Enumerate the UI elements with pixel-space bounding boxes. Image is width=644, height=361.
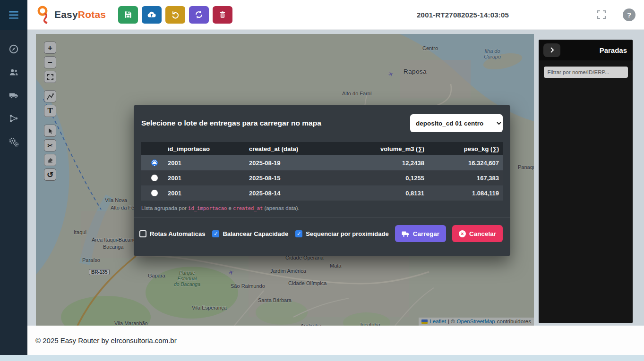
cell-created-at: 2025-08-15: [249, 175, 361, 182]
cell-created-at: 2025-08-14: [249, 190, 361, 197]
save-icon: [123, 10, 133, 19]
option-label: Sequenciar por proximidade: [306, 230, 389, 237]
truck-icon: [8, 90, 19, 101]
cancelar-label: Cancelar: [469, 230, 496, 237]
sidebar-item-routes[interactable]: [9, 113, 19, 124]
cloud-upload-button[interactable]: [142, 6, 162, 24]
bottom-strip: [0, 355, 644, 361]
header-volume-m3: volume_m3 (∑): [361, 145, 428, 152]
lote-radio-button[interactable]: [151, 160, 158, 166]
save-button[interactable]: [118, 6, 138, 24]
session-title: 2001-RT27082025-14:03:05: [417, 11, 509, 19]
cell-volume-m3: 0,8131: [361, 190, 428, 197]
left-sidebar: [0, 30, 27, 355]
modal-footer: Rotas Automaticas✓Balancear Capacidade✓S…: [134, 218, 510, 249]
brand-primary: Easy: [54, 9, 78, 20]
header-id-importacao: id_importacao: [168, 145, 249, 152]
brand-secondary: Rotas: [78, 9, 106, 20]
cell-peso-kg: 167,383: [428, 175, 503, 182]
app-logo[interactable]: EasyRotas: [35, 5, 106, 24]
cancelar-button[interactable]: × Cancelar: [452, 225, 503, 242]
modal-title: Selecione o lote de entregas para carreg…: [141, 119, 321, 127]
cell-volume-m3: 12,2438: [361, 160, 428, 167]
paradas-panel-header: Paradas: [539, 40, 633, 60]
sidebar-item-settings[interactable]: [8, 136, 19, 148]
depot-select[interactable]: deposito_cd 01 centro: [410, 114, 503, 132]
lotes-table: id_importacao created_at (data) volume_m…: [141, 142, 503, 201]
settings-gears-icon: [8, 136, 19, 148]
top-header: EasyRotas: [0, 0, 644, 30]
lote-row[interactable]: 20012025-08-150,1255167,383: [141, 170, 503, 185]
map-canvas[interactable]: CentroIlha do CurupuRaposaAlto do FarolP…: [36, 34, 534, 326]
truck-small-icon: [402, 230, 410, 237]
lotes-table-rows: 20012025-08-1912,243816.324,60720012025-…: [141, 155, 503, 201]
map-actions-toolbar: [118, 6, 232, 24]
load-batch-modal: Selecione o lote de entregas para carreg…: [134, 105, 510, 256]
lote-row[interactable]: 20012025-08-1912,243816.324,607: [141, 155, 503, 170]
route-icon: [9, 113, 19, 124]
cell-created-at: 2025-08-19: [249, 160, 361, 167]
panel-title: Paradas: [600, 46, 627, 54]
trash-icon: [218, 10, 227, 19]
option-label: Rotas Automaticas: [150, 230, 205, 237]
help-button[interactable]: ?: [623, 8, 635, 21]
refresh-icon: [194, 10, 204, 19]
chevron-right-icon: [550, 47, 554, 53]
cancel-icon: ×: [459, 230, 466, 237]
table-header-row: id_importacao created_at (data) volume_m…: [141, 142, 503, 155]
grouping-note: Lista agrupada por id_importacao e creat…: [141, 205, 503, 211]
lote-radio-button[interactable]: [151, 190, 158, 196]
paradas-panel: Paradas: [539, 40, 633, 323]
cell-peso-kg: 1.084,119: [428, 190, 503, 197]
modal-header: Selecione o lote de entregas para carreg…: [134, 105, 510, 142]
checkbox-icon: ✓: [295, 230, 302, 237]
copyright-text: © 2025 Easy Router by elrconsultoria.com…: [35, 336, 177, 344]
help-label: ?: [627, 11, 631, 19]
modal-options: Rotas Automaticas✓Balancear Capacidade✓S…: [139, 230, 389, 237]
lote-row[interactable]: 20012025-08-140,81311.084,119: [141, 185, 503, 201]
header-peso-kg: peso_kg (∑): [428, 145, 503, 152]
checkbox-icon: ✓: [212, 230, 219, 237]
paradas-filter-input[interactable]: [544, 67, 628, 78]
code-id-importacao: id_importacao: [188, 205, 227, 211]
refresh-button[interactable]: [189, 6, 209, 24]
sidebar-item-teams[interactable]: [8, 67, 19, 77]
carregar-label: Carregar: [413, 230, 439, 237]
sidebar-item-dashboard[interactable]: [9, 44, 19, 54]
brand-name: EasyRotas: [54, 9, 106, 20]
option-balancear-capacidade[interactable]: ✓Balancear Capacidade: [212, 230, 288, 237]
undo-button[interactable]: [165, 6, 185, 24]
panel-collapse-button[interactable]: [543, 43, 560, 57]
option-sequenciar-por-proximidade[interactable]: ✓Sequenciar por proximidade: [295, 230, 389, 237]
menu-toggle-button[interactable]: [0, 0, 27, 30]
carregar-button[interactable]: Carregar: [395, 225, 446, 242]
cell-id-importacao: 2001: [168, 160, 249, 167]
cell-volume-m3: 0,1255: [361, 175, 428, 182]
menu-icon: [9, 11, 18, 19]
sidebar-item-vehicles[interactable]: [8, 90, 19, 101]
checkbox-icon: [139, 230, 146, 237]
logo-pin-icon: [35, 5, 52, 24]
footer: © 2025 Easy Router by elrconsultoria.com…: [27, 326, 644, 355]
compass-icon: [9, 44, 19, 54]
cell-id-importacao: 2001: [168, 190, 249, 197]
cloud-upload-icon: [146, 9, 157, 20]
option-rotas-automaticas[interactable]: Rotas Automaticas: [139, 230, 205, 237]
delete-button[interactable]: [213, 6, 232, 24]
team-icon: [8, 67, 19, 77]
cell-peso-kg: 16.324,607: [428, 160, 503, 167]
code-created-at: created_at: [233, 205, 263, 211]
cell-id-importacao: 2001: [168, 175, 249, 182]
option-label: Balancear Capacidade: [223, 230, 288, 237]
lote-radio-button[interactable]: [151, 175, 158, 181]
header-created-at: created_at (data): [249, 145, 361, 152]
fullscreen-icon[interactable]: [596, 9, 607, 20]
undo-icon: [171, 10, 180, 19]
